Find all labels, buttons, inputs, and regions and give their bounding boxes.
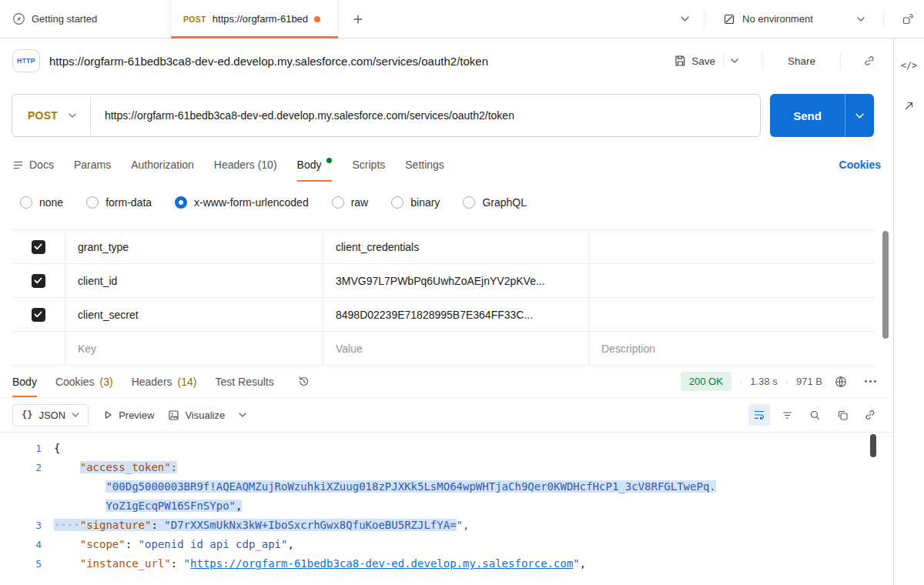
environment-selector[interactable]: No environment (712, 0, 875, 38)
code-text: ····"signature": "D7rXXSmUkNx3kW+IboSxcr… (54, 516, 893, 535)
tab-docs[interactable]: Docs (12, 148, 54, 182)
expand-icon[interactable] (903, 100, 915, 112)
tab-scripts[interactable]: Scripts (352, 148, 385, 182)
response-tab-cookies[interactable]: Cookies(3) (55, 366, 113, 397)
checkbox-cell (12, 264, 65, 297)
wrap-lines-icon[interactable] (748, 404, 770, 426)
radio-icon (391, 196, 403, 209)
param-key[interactable]: grant_type (65, 230, 323, 263)
description-placeholder[interactable]: Description (589, 332, 875, 365)
request-builder: POST https://orgfarm-61bedb3ca8-dev-ed.d… (0, 83, 893, 148)
capture-requests-icon[interactable] (896, 8, 919, 31)
compass-icon (12, 12, 25, 25)
bodytype-binary[interactable]: binary (391, 196, 440, 209)
divider (704, 10, 705, 28)
tab-label: Settings (405, 159, 444, 171)
tab-label: Params (74, 159, 111, 171)
response-tab-test-results[interactable]: Test Results (215, 366, 273, 397)
unsaved-changes-dot (314, 16, 320, 22)
send-label: Send (770, 94, 845, 137)
param-key[interactable]: client_secret (65, 298, 323, 331)
cookies-link[interactable]: Cookies (839, 159, 881, 171)
copy-link-icon[interactable] (858, 49, 881, 72)
tab-label: Cookies (55, 376, 95, 388)
radio-icon (463, 196, 475, 209)
response-scrollbar-thumb[interactable] (870, 434, 876, 457)
code-text: "00Dg5000003BR9f!AQEAQMZujRoWzuhkiXZuug0… (54, 477, 893, 496)
code-text: YoZ1gEcqPW16SFnSYpo", (54, 496, 893, 516)
option-label: raw (351, 196, 369, 209)
tab-request-active[interactable]: POST https://orgfarm-61bed (171, 0, 339, 38)
right-sidebar: </> (893, 38, 924, 585)
code-line: 5 "instance_url": "https://orgfarm-61bed… (0, 554, 893, 573)
tab-overflow-chevron-icon[interactable] (673, 8, 696, 31)
bodytype-form-data[interactable]: form-data (86, 196, 152, 209)
visualize-button[interactable]: Visualize (168, 410, 225, 421)
param-value[interactable]: client_credentials (323, 230, 589, 263)
param-checkbox[interactable] (32, 240, 45, 254)
preview-button[interactable]: Preview (102, 410, 154, 421)
docs-icon (12, 159, 24, 171)
search-icon[interactable] (804, 404, 825, 426)
param-description[interactable] (589, 230, 875, 263)
param-description[interactable] (589, 298, 875, 331)
param-checkbox[interactable] (32, 308, 45, 322)
response-tab-headers[interactable]: Headers(14) (132, 366, 197, 397)
send-button[interactable]: Send (770, 94, 874, 137)
tab-params[interactable]: Params (74, 148, 111, 182)
response-format-select[interactable]: {} JSON (12, 404, 89, 426)
response-meta: 200 OK · 1.38 s · 971 B (681, 371, 881, 393)
body-type-options: none form-data x-www-form-urlencoded raw… (0, 186, 893, 219)
value-placeholder[interactable]: Value (323, 332, 589, 365)
copy-icon[interactable] (832, 404, 853, 426)
bodytype-none[interactable]: none (20, 196, 63, 209)
bodytype-graphql[interactable]: GraphQL (463, 196, 527, 209)
tab-settings[interactable]: Settings (405, 148, 444, 182)
status-badge[interactable]: 200 OK (681, 372, 732, 391)
save-button[interactable]: Save (666, 50, 723, 72)
tab-count: (14) (178, 376, 197, 388)
tab-getting-started[interactable]: Getting started (0, 0, 171, 38)
method-select[interactable]: POST (12, 95, 91, 136)
response-tab-body[interactable]: Body (12, 366, 37, 397)
format-label: JSON (38, 410, 65, 421)
param-description[interactable] (589, 264, 875, 297)
option-label: form-data (105, 196, 152, 209)
response-time[interactable]: 1.38 s (750, 376, 777, 387)
code-snippet-icon[interactable]: </> (901, 60, 918, 71)
http-request-badge: HTTP (12, 49, 40, 72)
network-info-icon[interactable] (830, 371, 852, 393)
response-tools (748, 404, 881, 426)
tab-label: Body (12, 376, 37, 388)
divider (840, 52, 841, 70)
new-tab-button[interactable] (346, 8, 370, 31)
tab-label: Getting started (32, 13, 97, 25)
tab-headers[interactable]: Headers (10) (214, 148, 277, 182)
more-options-icon[interactable] (859, 371, 881, 393)
send-options-chevron-icon[interactable] (845, 94, 874, 137)
key-placeholder[interactable]: Key (65, 332, 323, 365)
line-number (0, 477, 54, 496)
param-key[interactable]: client_id (65, 264, 323, 297)
response-history-icon[interactable] (293, 370, 316, 393)
bodytype-x-www-form-urlencoded[interactable]: x-www-form-urlencoded (175, 196, 309, 209)
radio-icon (332, 196, 344, 209)
radio-selected-icon (175, 196, 187, 209)
response-body-viewer[interactable]: 1{2 "access_token": "00Dg5000003BR9f!AQE… (0, 432, 893, 585)
visualize-options-chevron-icon[interactable] (239, 413, 246, 417)
param-value[interactable]: 8498D02239E71828995B7E364FF33C... (323, 298, 589, 331)
param-checkbox[interactable] (32, 274, 45, 288)
param-value[interactable]: 3MVG97L7PWbPq6UwhZoAEjnYV2pKVe... (323, 264, 589, 297)
response-size[interactable]: 971 B (796, 376, 822, 387)
preview-icon (102, 410, 113, 420)
tab-body[interactable]: Body (297, 148, 333, 182)
link-icon[interactable] (859, 404, 881, 426)
save-options-chevron-icon[interactable] (723, 54, 745, 68)
url-input[interactable]: https://orgfarm-61bedb3ca8-dev-ed.develo… (91, 109, 760, 122)
share-button[interactable]: Share (780, 51, 823, 72)
filter-icon[interactable] (776, 404, 798, 426)
line-number: 1 (0, 439, 54, 458)
tab-authorization[interactable]: Authorization (131, 148, 194, 182)
params-scrollbar-thumb[interactable] (882, 231, 889, 339)
bodytype-raw[interactable]: raw (332, 196, 369, 209)
